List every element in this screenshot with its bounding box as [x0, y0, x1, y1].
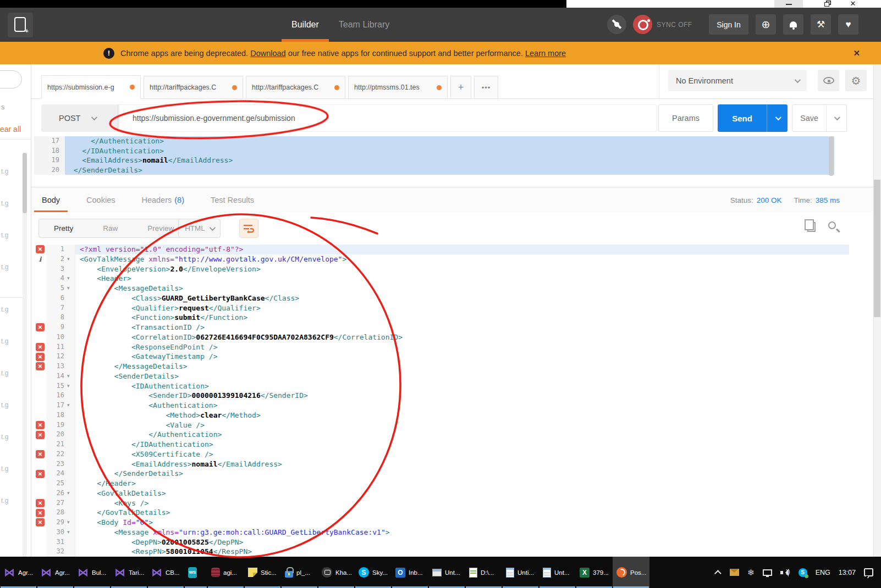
taskbar-app-vs[interactable]: ⋈Agr... [0, 557, 37, 588]
response-tab-test-results[interactable]: Test Results [203, 187, 262, 213]
url-input[interactable]: https://submission.e-government.ge/submi… [119, 105, 657, 131]
download-link[interactable]: Download [250, 49, 286, 58]
response-tab-headers[interactable]: Headers(8) [134, 187, 192, 213]
taskbar-app-sticky[interactable]: Stic... [244, 557, 281, 588]
request-tab[interactable]: http://tariffpackages.C [246, 76, 345, 99]
language-indicator[interactable]: ENG [816, 569, 830, 576]
tray-mail-icon[interactable] [730, 569, 739, 576]
tray-snowflake-icon[interactable]: ❄ [747, 568, 755, 578]
taskbar-app-window[interactable]: Unt... [428, 557, 465, 588]
error-icon[interactable]: ✕ [36, 353, 45, 361]
taskbar-app-vs[interactable]: ⋈CB... [147, 557, 184, 588]
fold-arrow-icon[interactable]: ▾ [67, 518, 75, 528]
error-icon[interactable]: ✕ [36, 362, 45, 370]
taskbar-app-notepad[interactable]: Unti... [502, 557, 539, 588]
window-restore-button[interactable] [818, 0, 835, 8]
error-icon[interactable]: ✕ [36, 431, 45, 439]
new-tab-button[interactable]: + [8, 13, 33, 37]
taskbar-app-excel[interactable]: X379... [576, 557, 613, 588]
sidebar-scrollbar-thumb[interactable] [23, 153, 27, 213]
main-scrollbar-thumb[interactable] [874, 180, 880, 317]
environment-select[interactable]: No Environment [668, 70, 807, 91]
request-body-editor[interactable]: 17 </Authentication>18 </IDAuthenticatio… [34, 136, 834, 177]
tray-skype-icon[interactable]: S [799, 568, 807, 577]
fold-arrow-icon[interactable]: ▾ [67, 254, 75, 264]
request-editor-scrollbar-thumb[interactable] [829, 136, 834, 176]
fold-arrow-icon[interactable]: ▾ [67, 381, 75, 391]
clear-all-link[interactable]: ear all [0, 124, 31, 140]
params-button[interactable]: Params [658, 104, 713, 132]
error-icon[interactable]: ✕ [36, 343, 45, 351]
tab-builder[interactable]: Builder [282, 8, 329, 42]
taskbar-app-skype[interactable]: SSky... [355, 557, 392, 588]
taskbar-app-vs[interactable]: ⋈Tari... [111, 557, 147, 588]
action-center-icon[interactable] [864, 568, 873, 576]
bell-icon[interactable] [783, 14, 803, 35]
wrap-text-button[interactable] [239, 219, 258, 238]
send-options-chevron[interactable] [767, 104, 788, 132]
error-icon[interactable]: ✕ [36, 470, 45, 478]
sync-icon[interactable] [633, 15, 652, 34]
taskbar-app-lock[interactable]: pl_... [281, 557, 318, 588]
view-mode-raw[interactable]: Raw [88, 219, 133, 237]
sidebar-search-input[interactable] [0, 70, 22, 88]
request-tab[interactable]: https://submission.e-g [41, 75, 141, 99]
window-minimize-button[interactable] [774, 0, 803, 8]
fold-arrow-icon[interactable]: ▾ [67, 284, 75, 293]
request-tab[interactable]: http://tariffpackages.C [144, 76, 243, 99]
error-icon[interactable]: ✕ [36, 499, 45, 507]
taskbar-app-postman[interactable]: Pos... [613, 557, 649, 588]
view-mode-pretty[interactable]: Pretty [39, 219, 88, 237]
taskbar-app-ws[interactable]: WS [184, 557, 207, 588]
response-body-viewer[interactable]: ✕1<?xml version="1.0" encoding="utf-8"?>… [34, 245, 849, 557]
response-tab-body[interactable]: Body [34, 187, 68, 213]
sidebar-scrollbar[interactable] [23, 153, 27, 559]
tray-expand-chevron-icon[interactable] [714, 570, 722, 577]
banner-close-icon[interactable]: ✕ [853, 48, 860, 58]
environment-gear-button[interactable]: ⚙ [845, 70, 867, 91]
sign-in-button[interactable]: Sign In [709, 14, 748, 35]
info-icon[interactable]: i [39, 256, 42, 263]
error-icon[interactable]: ✕ [36, 518, 45, 526]
taskbar-app-npp[interactable]: D:\... [465, 557, 502, 588]
taskbar-app-notepad[interactable]: Unt... [539, 557, 576, 588]
tab-team-library[interactable]: Team Library [329, 8, 399, 42]
response-tab-cookies[interactable]: Cookies [79, 187, 123, 213]
tray-network-icon[interactable] [763, 569, 772, 576]
search-icon[interactable] [828, 221, 836, 229]
wrench-icon[interactable]: ⚒ [811, 14, 831, 35]
window-close-button[interactable]: ✕ [845, 0, 861, 8]
fold-arrow-icon[interactable]: ▾ [67, 371, 75, 381]
learn-more-link[interactable]: Learn more [525, 49, 566, 58]
fold-arrow-icon[interactable]: ▾ [67, 401, 75, 411]
request-tab[interactable]: http://ptmssms.01.tes [348, 76, 448, 99]
tray-volume-icon[interactable]: )) [780, 569, 790, 576]
fold-arrow-icon[interactable]: ▾ [67, 528, 75, 537]
fold-arrow-icon[interactable]: ▾ [67, 274, 75, 284]
method-select[interactable]: POST [41, 104, 118, 132]
save-button[interactable]: Save [792, 104, 847, 132]
error-icon[interactable]: ✕ [36, 450, 45, 458]
globe-icon[interactable]: ⊕ [756, 14, 776, 35]
taskbar-app-chat[interactable]: Kha... [318, 557, 355, 588]
taskbar-app-vs[interactable]: ⋈Agr... [37, 557, 74, 588]
heart-icon[interactable]: ♥ [838, 14, 858, 35]
format-select[interactable]: HTML [178, 219, 221, 238]
send-button[interactable]: Send [718, 104, 788, 132]
environment-eye-button[interactable] [818, 70, 839, 91]
copy-icon[interactable] [807, 222, 816, 232]
error-icon[interactable]: ✕ [36, 421, 45, 429]
save-options-chevron[interactable] [827, 105, 846, 131]
error-icon[interactable]: ✕ [36, 245, 45, 253]
status-value[interactable]: 200 OK [757, 196, 782, 204]
taskbar-app-vs[interactable]: ⋈Bul... [74, 557, 111, 588]
tab-overflow-button[interactable]: ••• [474, 76, 498, 99]
time-value[interactable]: 385 ms [816, 196, 840, 204]
interceptor-icon[interactable] [607, 15, 626, 34]
main-scrollbar[interactable] [873, 64, 881, 557]
error-icon[interactable]: ✕ [36, 509, 45, 517]
fold-arrow-icon[interactable]: ▾ [67, 489, 75, 498]
error-icon[interactable]: ✕ [36, 323, 45, 331]
new-request-tab-button[interactable]: + [450, 76, 471, 99]
clock[interactable]: 13:07 [839, 569, 856, 576]
